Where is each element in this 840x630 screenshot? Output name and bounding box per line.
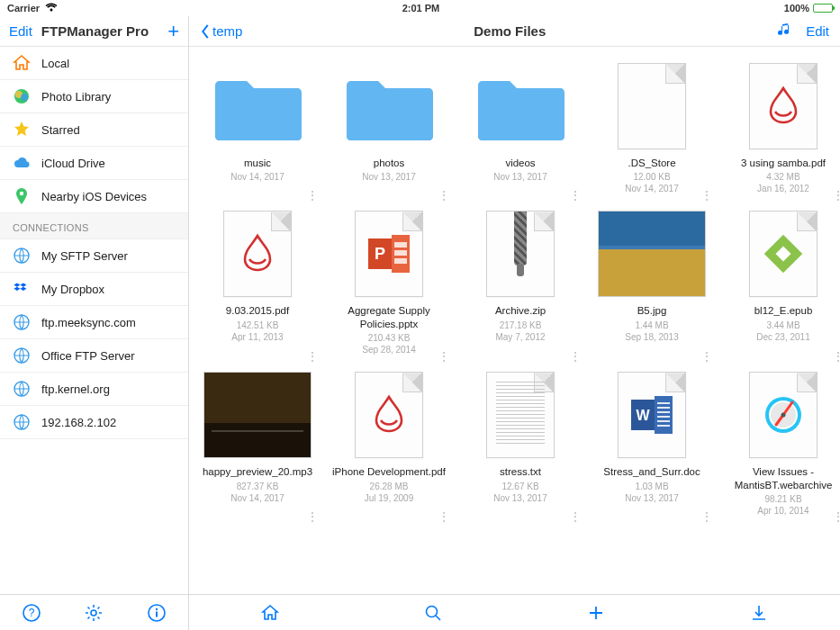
file-item[interactable]: stress.txt12.67 KBNov 13, 2017⋮ [457, 368, 583, 524]
file-item[interactable]: photosNov 13, 2017⋮ [326, 59, 452, 202]
file-item[interactable]: Archive.zip217.18 KBMay 7, 2012⋮ [457, 207, 583, 363]
file-meta: 142.51 KBApr 11, 2013 [231, 320, 283, 343]
sidebar-edit-button[interactable]: Edit [9, 23, 32, 39]
file-more-button[interactable]: ⋮ [306, 515, 319, 520]
sidebar-item-label: Starred [41, 123, 80, 137]
photo-icon [13, 87, 31, 105]
sidebar-item-nearby[interactable]: Nearby iOS Devices [0, 180, 188, 213]
globe-icon [13, 346, 31, 364]
file-meta: 210.43 KBSep 28, 2014 [362, 332, 416, 356]
sidebar-item-label: My SFTP Server [41, 249, 128, 263]
file-more-button[interactable]: ⋮ [700, 194, 713, 199]
file-more-button[interactable]: ⋮ [700, 515, 713, 520]
file-item[interactable]: musicNov 14, 2017⋮ [194, 59, 321, 202]
music-icon[interactable] [777, 22, 793, 40]
sidebar-connection-meeksync[interactable]: ftp.meeksync.com [0, 306, 188, 339]
file-item[interactable]: videosNov 13, 2017⋮ [457, 59, 583, 202]
file-grid: musicNov 14, 2017⋮photosNov 13, 2017⋮vid… [194, 59, 840, 524]
sidebar-connection-kernel[interactable]: ftp.kernel.org [0, 373, 188, 406]
file-item[interactable]: happy_preview_20.mp3827.37 KBNov 14, 201… [194, 368, 321, 524]
svg-text:?: ? [28, 607, 34, 619]
file-item[interactable]: bl12_E.epub3.44 MBDec 23, 2011⋮ [720, 207, 840, 363]
file-name: .DS_Store [628, 157, 675, 169]
add-connection-button[interactable]: + [167, 22, 179, 41]
sidebar-list: Local Photo Library Starred iCloud Drive… [0, 47, 188, 594]
file-item[interactable]: .DS_Store12.00 KBNov 14, 2017⋮ [589, 59, 715, 202]
svg-point-2 [21, 94, 28, 101]
file-more-button[interactable]: ⋮ [306, 355, 319, 360]
file-item[interactable]: iPhone Development.pdf26.28 MBJul 19, 20… [326, 368, 452, 524]
sidebar-item-starred[interactable]: Starred [0, 113, 188, 147]
sidebar-item-photo-library[interactable]: Photo Library [0, 80, 188, 113]
file-thumbnail [729, 207, 837, 301]
file-name: bl12_E.epub [754, 304, 813, 317]
sidebar-item-label: 192.168.2.102 [41, 416, 116, 429]
file-thumbnail [729, 368, 837, 462]
globe-icon [13, 380, 31, 398]
back-button[interactable]: temp [200, 23, 242, 40]
svg-rect-14 [394, 258, 407, 264]
content-edit-button[interactable]: Edit [806, 23, 829, 39]
download-button[interactable] [749, 603, 769, 623]
file-more-button[interactable]: ⋮ [569, 194, 582, 199]
file-name: View Issues - MantisBT.webarchive [725, 465, 840, 491]
settings-button[interactable] [84, 603, 104, 623]
file-more-button[interactable]: ⋮ [700, 355, 713, 360]
app-title: FTPManager Pro [41, 23, 167, 39]
file-more-button[interactable]: ⋮ [438, 355, 450, 360]
file-thumbnail [466, 59, 574, 153]
search-button[interactable] [423, 603, 443, 623]
file-more-button[interactable]: ⋮ [569, 355, 582, 360]
sidebar: Edit FTPManager Pro + Local Photo Librar… [0, 16, 189, 594]
globe-icon [13, 313, 31, 331]
bottom-toolbar: ? [0, 594, 840, 630]
file-meta: Nov 13, 2017 [362, 171, 416, 183]
file-more-button[interactable]: ⋮ [832, 194, 840, 199]
help-button[interactable]: ? [22, 603, 41, 623]
battery-percent: 100% [784, 3, 809, 14]
file-more-button[interactable]: ⋮ [569, 515, 582, 520]
sidebar-connection-ip[interactable]: 192.168.2.102 [0, 406, 188, 439]
file-item[interactable]: PAggregate Supply Policies.pptx210.43 KB… [326, 207, 452, 363]
home-button[interactable] [260, 603, 280, 623]
file-more-button[interactable]: ⋮ [438, 515, 450, 520]
sidebar-item-label: Nearby iOS Devices [41, 190, 147, 203]
file-item[interactable]: WStress_and_Surr.doc1.03 MBNov 13, 2017⋮ [589, 368, 715, 524]
file-name: stress.txt [500, 465, 541, 478]
file-meta: 217.18 KBMay 7, 2012 [495, 320, 545, 343]
sidebar-connection-sftp[interactable]: My SFTP Server [0, 239, 188, 273]
carrier-label: Carrier [7, 3, 40, 14]
connections-header: CONNECTIONS [0, 213, 188, 239]
file-name: photos [374, 157, 405, 169]
file-thumbnail [729, 59, 837, 153]
sidebar-connection-office[interactable]: Office FTP Server [0, 339, 188, 373]
file-thumbnail [203, 207, 312, 301]
file-item[interactable]: B5.jpg1.44 MBSep 18, 2013⋮ [589, 207, 715, 363]
file-thumbnail: W [598, 368, 706, 462]
file-more-button[interactable]: ⋮ [306, 194, 319, 199]
file-item[interactable]: 3 using samba.pdf4.32 MBJan 16, 2012⋮ [720, 59, 840, 202]
svg-rect-12 [394, 242, 407, 248]
chevron-left-icon [200, 23, 211, 40]
sidebar-item-local[interactable]: Local [0, 47, 188, 80]
content-header: temp Demo Files Edit [189, 16, 840, 47]
sidebar-connection-dropbox[interactable]: My Dropbox [0, 273, 188, 306]
sidebar-item-icloud[interactable]: iCloud Drive [0, 147, 188, 180]
add-button[interactable] [586, 603, 606, 623]
info-button[interactable] [147, 603, 167, 623]
file-item[interactable]: View Issues - MantisBT.webarchive98.21 K… [720, 368, 840, 524]
file-thumbnail [203, 368, 312, 462]
star-icon [13, 121, 31, 139]
svg-point-32 [91, 610, 96, 616]
file-item[interactable]: 9.03.2015.pdf142.51 KBApr 11, 2013⋮ [194, 207, 321, 363]
file-more-button[interactable]: ⋮ [832, 515, 840, 520]
dropbox-icon [13, 280, 31, 298]
status-bar: Carrier 2:01 PM 100% [0, 0, 840, 16]
file-more-button[interactable]: ⋮ [832, 355, 840, 360]
svg-text:P: P [375, 245, 385, 263]
file-grid-scroll[interactable]: musicNov 14, 2017⋮photosNov 13, 2017⋮vid… [189, 47, 840, 594]
file-thumbnail [203, 59, 312, 153]
file-more-button[interactable]: ⋮ [438, 194, 450, 199]
file-meta: 3.44 MBDec 23, 2011 [756, 320, 810, 343]
file-meta: Nov 14, 2017 [230, 171, 285, 183]
